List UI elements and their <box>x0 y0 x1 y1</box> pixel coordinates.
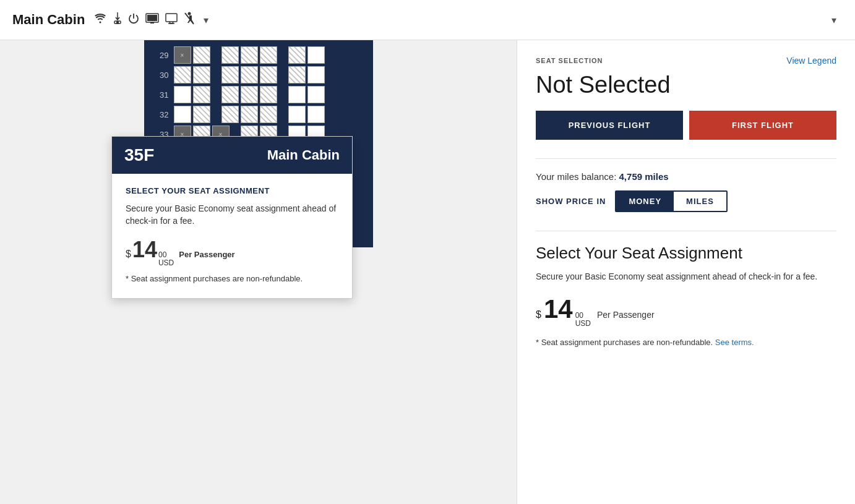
right-note-text: * Seat assignment purchases are non-refu… <box>536 338 713 347</box>
seat-32a[interactable] <box>174 106 191 123</box>
seat-30c[interactable] <box>221 66 239 83</box>
cabin-dropdown-chevron[interactable]: ▾ <box>204 14 208 26</box>
screen-icon <box>165 13 178 27</box>
seat-32g[interactable] <box>307 106 325 123</box>
seat-31d[interactable] <box>241 86 258 103</box>
right-note: * Seat assignment purchases are non-refu… <box>536 338 836 347</box>
seat-group-right <box>288 86 325 103</box>
seat-29a[interactable]: × <box>174 46 191 64</box>
table-row: 29 × <box>150 46 367 64</box>
see-terms-link[interactable]: See terms. <box>715 338 754 347</box>
seat-31c[interactable] <box>221 86 239 103</box>
main-content: 29 × <box>0 40 855 504</box>
right-price-cents-usd: 00 USD <box>575 312 591 328</box>
seat-31a[interactable] <box>174 86 191 103</box>
seat-31g[interactable] <box>307 86 325 103</box>
table-row: 32 <box>150 106 367 123</box>
seat-31e[interactable] <box>260 86 277 103</box>
seat-30b[interactable] <box>193 66 210 83</box>
show-price-label: SHOW PRICE IN <box>536 197 606 206</box>
right-dollar-sign: $ <box>536 309 541 320</box>
header-left: Main Cabin <box>12 12 502 28</box>
miles-value: 4,759 miles <box>619 171 669 182</box>
svg-rect-0 <box>116 21 119 24</box>
table-row: 31 <box>150 86 367 103</box>
seat-map-area: 29 × <box>0 40 517 504</box>
seat-popup: 35F Main Cabin SELECT YOUR SEAT ASSIGNME… <box>111 136 353 299</box>
seat-group-right <box>288 66 325 83</box>
header-right: ▾ <box>502 14 843 26</box>
seat-29g[interactable] <box>307 46 325 64</box>
flight-buttons: PREVIOUS FLIGHT FIRST FLIGHT <box>536 111 836 140</box>
popup-seat-id: 35F <box>124 145 154 165</box>
header-bar: Main Cabin <box>0 0 855 40</box>
svg-point-5 <box>188 12 191 15</box>
popup-cabin-label: Main Cabin <box>267 147 340 163</box>
seat-31f[interactable] <box>288 86 306 103</box>
seat-group-middle <box>221 46 277 64</box>
seat-group-left <box>174 106 210 123</box>
seat-29e[interactable] <box>260 46 277 64</box>
seat-29b[interactable] <box>193 46 210 64</box>
seat-group-left <box>174 86 210 103</box>
view-legend-link[interactable]: View Legend <box>786 56 836 66</box>
seat-30e[interactable] <box>260 66 277 83</box>
popup-subtitle: SELECT YOUR SEAT ASSIGNMENT <box>126 186 338 195</box>
popup-price: $ 14 00 USD Per Passenger <box>126 237 338 267</box>
seat-30a[interactable] <box>174 66 191 83</box>
right-per-passenger: Per Passenger <box>597 310 655 320</box>
power-icon <box>128 13 139 27</box>
toggle-money-button[interactable]: MONEY <box>616 192 674 211</box>
seat-29c[interactable] <box>221 46 239 64</box>
seat-group-middle <box>221 86 277 103</box>
popup-dollar-sign: $ <box>126 249 131 260</box>
seat-group-middle <box>221 106 277 123</box>
seat-group-right <box>288 46 325 64</box>
svg-rect-4 <box>166 14 177 22</box>
amenity-icons <box>93 12 195 28</box>
seat-selection-header: SEAT SELECTION View Legend <box>536 56 836 66</box>
seat-30g[interactable] <box>307 66 325 83</box>
seat-group-left: × <box>174 46 210 64</box>
divider-2 <box>536 231 836 231</box>
no-recline-icon <box>184 12 195 28</box>
entertainment-icon <box>145 13 159 27</box>
right-panel: SEAT SELECTION View Legend Not Selected … <box>517 40 855 504</box>
miles-balance: Your miles balance: 4,759 miles <box>536 171 836 182</box>
toggle-miles-button[interactable]: MILES <box>674 192 726 211</box>
right-section-desc: Secure your Basic Economy seat assignmen… <box>536 270 836 283</box>
seat-32e[interactable] <box>260 106 277 123</box>
miles-label: Your miles balance: <box>536 171 616 182</box>
right-price-row: $ 14 00 USD Per Passenger <box>536 294 836 330</box>
seat-32c[interactable] <box>221 106 239 123</box>
right-dropdown-chevron[interactable]: ▾ <box>831 14 836 26</box>
seat-32d[interactable] <box>241 106 258 123</box>
divider-1 <box>536 158 836 159</box>
seat-group-left <box>174 66 210 83</box>
seat-32b[interactable] <box>193 106 210 123</box>
popup-per-passenger: Per Passenger <box>179 250 234 259</box>
seat-30f[interactable] <box>288 66 306 83</box>
popup-price-main: 14 <box>132 237 157 263</box>
popup-body: SELECT YOUR SEAT ASSIGNMENT Secure your … <box>112 174 352 298</box>
previous-flight-button[interactable]: PREVIOUS FLIGHT <box>536 111 683 140</box>
seat-29f[interactable] <box>288 46 306 64</box>
seat-29d[interactable] <box>241 46 258 64</box>
seat-group-right <box>288 106 325 123</box>
svg-rect-3 <box>150 22 154 23</box>
cabin-title: Main Cabin <box>12 12 85 28</box>
svg-rect-2 <box>147 15 157 21</box>
right-price-main: 14 <box>544 294 573 324</box>
usb-icon <box>113 12 122 28</box>
show-price-row: SHOW PRICE IN MONEY MILES <box>536 190 836 212</box>
seat-30d[interactable] <box>241 66 258 83</box>
seat-32f[interactable] <box>288 106 306 123</box>
seat-selection-label: SEAT SELECTION <box>536 57 603 64</box>
first-flight-button[interactable]: FIRST FLIGHT <box>689 111 836 140</box>
popup-note: * Seat assignment purchases are non-refu… <box>126 274 338 283</box>
seat-31b[interactable] <box>193 86 210 103</box>
not-selected-text: Not Selected <box>536 72 836 98</box>
seat-group-middle <box>221 66 277 83</box>
right-price-usd: USD <box>575 320 591 328</box>
popup-price-usd: USD <box>158 259 174 267</box>
